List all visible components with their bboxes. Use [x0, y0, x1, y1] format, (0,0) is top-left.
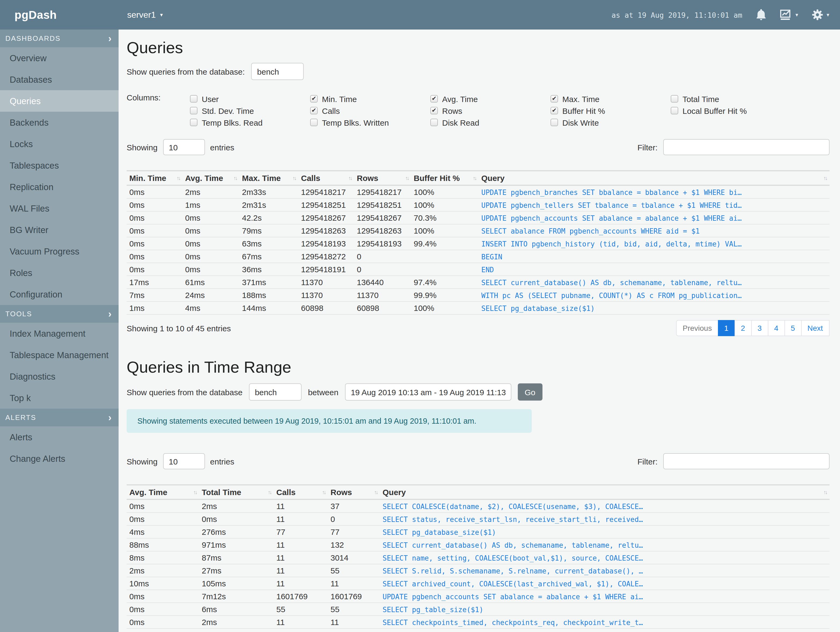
query-link[interactable]: END [481, 266, 494, 274]
column-checkbox[interactable]: Total Time [671, 93, 791, 105]
page-button[interactable]: Next [801, 320, 829, 336]
query-link[interactable]: UPDATE pgbench_accounts SET abalance = a… [481, 214, 742, 222]
page-size-input[interactable] [163, 139, 205, 155]
time-range-input[interactable] [345, 383, 511, 401]
sidebar-item[interactable]: WAL Files [0, 198, 118, 219]
page-button[interactable]: 1 [718, 320, 735, 336]
column-checkbox[interactable]: Max. Time [551, 93, 671, 105]
sort-icon[interactable]: ↑↓ [473, 173, 476, 181]
column-checkbox[interactable]: Local Buffer Hit % [671, 105, 791, 117]
sort-icon[interactable]: ↑↓ [374, 488, 377, 495]
query-link[interactable]: SELECT name, setting, COALESCE(boot_val,… [382, 554, 643, 562]
sidebar-item[interactable]: Replication [0, 176, 118, 198]
column-checkbox[interactable]: Disk Write [551, 117, 671, 128]
sort-icon[interactable]: ↑↓ [322, 488, 325, 495]
sort-icon[interactable]: ↑↓ [348, 173, 351, 181]
filter-input[interactable] [663, 139, 829, 155]
app-logo[interactable]: pgDash [0, 8, 118, 21]
page-button[interactable]: 5 [784, 320, 801, 336]
sidebar-item[interactable]: Roles [0, 262, 118, 284]
column-header-query[interactable]: Query↑↓ [478, 171, 829, 185]
filter-input-2[interactable] [663, 453, 829, 469]
server-select[interactable]: server1 ▾ [127, 10, 163, 20]
sidebar-item[interactable]: Backends [0, 112, 118, 133]
query-link[interactable]: SELECT current_database() AS db, scheman… [481, 279, 742, 287]
sidebar-item[interactable]: Locks [0, 133, 118, 155]
notifications-button[interactable] [756, 9, 766, 21]
column-checkbox[interactable]: Avg. Time [430, 93, 551, 105]
sidebar-item[interactable]: Databases [0, 69, 118, 90]
sidebar-item[interactable]: Change Alerts [0, 448, 118, 469]
cell-total-time: 2ms [199, 499, 274, 513]
query-link[interactable]: SELECT status, receive_start_lsn, receiv… [382, 515, 643, 524]
column-checkbox[interactable]: Temp Blks. Read [190, 117, 310, 128]
column-header-avg-time[interactable]: Avg. Time↑↓ [182, 171, 239, 185]
column-checkbox[interactable]: Calls [310, 105, 430, 117]
column-header-total-time[interactable]: Total Time↑↓ [199, 485, 274, 499]
query-link[interactable]: UPDATE pgbench_tellers SET tbalance = tb… [481, 201, 742, 209]
page-button[interactable]: 4 [767, 320, 785, 336]
page-button[interactable]: 3 [751, 320, 768, 336]
sort-icon[interactable]: ↑↓ [193, 488, 196, 495]
sort-icon[interactable]: ↑↓ [268, 488, 271, 495]
query-link[interactable]: UPDATE pgbench_accounts SET abalance = a… [382, 593, 643, 601]
query-link[interactable]: SELECT pg_database_size($1) [481, 304, 595, 312]
sidebar-item[interactable]: Configuration [0, 284, 118, 305]
page-button[interactable]: Previous [676, 320, 718, 336]
query-link[interactable]: SELECT current_database() AS db, scheman… [382, 541, 643, 549]
query-link[interactable]: UPDATE pgbench_branches SET bbalance = b… [481, 188, 742, 196]
column-checkbox[interactable]: Disk Read [430, 117, 551, 128]
query-link[interactable]: SELECT archived_count, COALESCE(last_arc… [382, 580, 643, 588]
sidebar-item[interactable]: Overview [0, 47, 118, 69]
column-checkbox[interactable]: Rows [430, 105, 551, 117]
sidebar-item[interactable]: Tablespace Management [0, 344, 118, 366]
column-checkbox[interactable]: User [190, 93, 310, 105]
sidebar-item[interactable]: Top k [0, 387, 118, 409]
column-header-buffer-hit[interactable]: Buffer Hit %↑↓ [411, 171, 478, 185]
sort-icon[interactable]: ↑↓ [234, 173, 237, 181]
column-header-min-time[interactable]: Min. Time↑↓ [126, 171, 182, 185]
column-checkbox[interactable]: Min. Time [310, 93, 430, 105]
sort-icon[interactable]: ↑↓ [177, 173, 180, 181]
sidebar-item[interactable]: Alerts [0, 426, 118, 448]
column-header-calls[interactable]: Calls↑↓ [298, 171, 354, 185]
sidebar-item[interactable]: Vacuum Progress [0, 241, 118, 262]
query-link[interactable]: WITH pc AS (SELECT pubname, COUNT(*) AS … [481, 291, 742, 299]
column-checkbox[interactable]: Temp Blks. Written [310, 117, 430, 128]
sidebar-item[interactable]: Queries [0, 90, 118, 112]
sidebar-item[interactable]: Diagnostics [0, 366, 118, 387]
column-checkbox[interactable]: Std. Dev. Time [190, 105, 310, 117]
query-link[interactable]: SELECT checkpoints_timed, checkpoints_re… [382, 619, 643, 627]
page-size-input-2[interactable] [163, 453, 205, 469]
query-link[interactable]: BEGIN [481, 253, 502, 261]
settings-menu-button[interactable]: ▾ [812, 9, 829, 21]
sidebar-section-dashboards[interactable]: DASHBOARDS › [0, 30, 118, 47]
column-checkbox[interactable]: Buffer Hit % [551, 105, 671, 117]
query-link[interactable]: SELECT pg_database_size($1) [382, 528, 496, 537]
database-input-range[interactable] [249, 383, 302, 401]
query-link[interactable]: SELECT COALESCE(datname, $2), COALESCE(u… [382, 502, 643, 511]
sidebar-section-alerts[interactable]: ALERTS › [0, 409, 118, 426]
column-header-query[interactable]: Query↑↓ [380, 485, 829, 499]
sidebar-item[interactable]: Index Management [0, 323, 118, 344]
sidebar-item[interactable]: Tablespaces [0, 155, 118, 176]
charts-menu-button[interactable]: ▾ [780, 10, 798, 20]
column-header-avg-time[interactable]: Avg. Time↑↓ [126, 485, 199, 499]
go-button[interactable]: Go [518, 383, 542, 401]
column-header-max-time[interactable]: Max. Time↑↓ [239, 171, 298, 185]
query-link[interactable]: SELECT S.relid, S.schemaname, S.relname,… [382, 567, 643, 575]
column-header-calls[interactable]: Calls↑↓ [274, 485, 328, 499]
page-button[interactable]: 2 [734, 320, 752, 336]
query-link[interactable]: SELECT pg_table_size($1) [382, 606, 483, 614]
sort-icon[interactable]: ↑↓ [405, 173, 408, 181]
query-link[interactable]: SELECT abalance FROM pgbench_accounts WH… [481, 227, 700, 235]
sort-icon[interactable]: ↑↓ [823, 488, 827, 495]
sidebar-item[interactable]: BG Writer [0, 219, 118, 241]
column-header-rows[interactable]: Rows↑↓ [328, 485, 380, 499]
sidebar-section-tools[interactable]: TOOLS › [0, 305, 118, 323]
column-header-rows[interactable]: Rows↑↓ [354, 171, 411, 185]
sort-icon[interactable]: ↑↓ [292, 173, 296, 181]
query-link[interactable]: INSERT INTO pgbench_history (tid, bid, a… [481, 240, 742, 248]
database-input[interactable] [251, 63, 304, 80]
sort-icon[interactable]: ↑↓ [823, 173, 827, 181]
